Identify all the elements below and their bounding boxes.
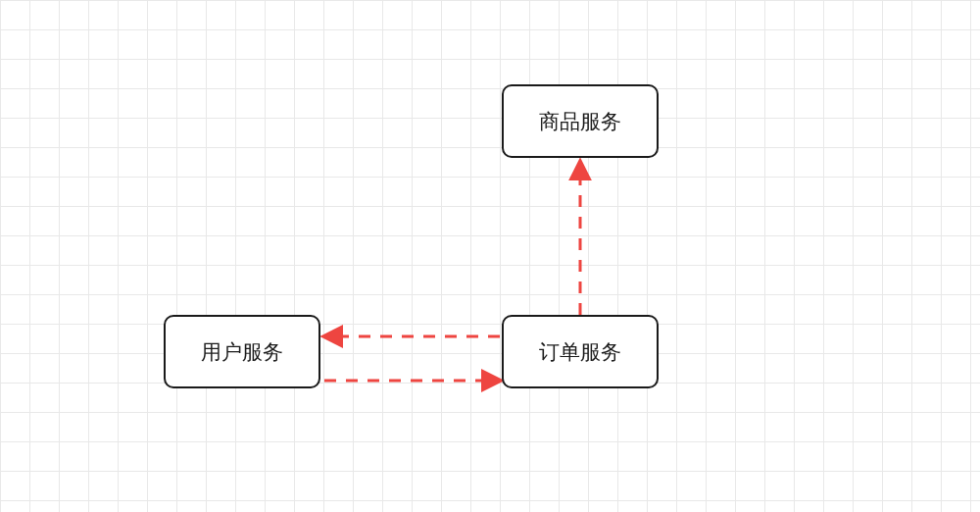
node-user-service: 用户服务	[164, 315, 320, 388]
connector-layer	[0, 0, 980, 512]
node-user-label: 用户服务	[201, 338, 283, 366]
node-order-label: 订单服务	[539, 338, 621, 366]
node-order-service: 订单服务	[502, 315, 659, 388]
node-product-label: 商品服务	[539, 108, 621, 135]
node-product-service: 商品服务	[502, 84, 659, 158]
